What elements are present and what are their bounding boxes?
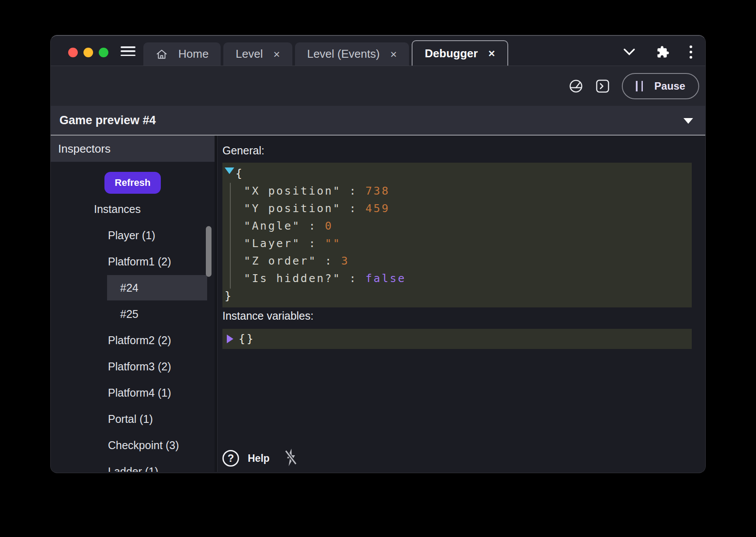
tree-item[interactable]: Platform2 (2) [51,327,215,353]
close-tab-icon[interactable]: × [488,48,495,59]
json-property-line[interactable]: "Y position" : 459 [222,200,692,217]
tab-label: Debugger [425,47,478,60]
pause-button[interactable]: Pause [622,73,699,99]
json-close-brace: } [222,287,692,305]
preview-dropdown-caret-icon[interactable] [683,118,693,124]
tree-item-label: #25 [120,308,139,321]
flash-off-icon[interactable] [284,448,298,469]
traffic-lights [68,48,108,57]
help-row: ? Help [222,448,298,469]
property-value: 459 [365,202,390,215]
property-key: "Is hidden?" [244,272,341,285]
tree-item-label: Platform1 (2) [108,255,171,268]
tree-item[interactable]: #25 [51,301,215,327]
sidebar-scrollbar-thumb[interactable] [206,226,212,277]
tab-bar: Home × Level × [143,40,508,66]
tab[interactable]: Home × [143,42,221,66]
property-separator: : [301,237,325,250]
more-options-kebab-icon[interactable] [690,45,692,59]
tree-item-label: Ladder (1) [108,465,158,472]
property-value: "" [325,237,341,250]
tree-item-label: Player (1) [108,229,155,242]
general-section-label: General: [222,144,264,157]
tree-item-label: Checkpoint (3) [108,439,179,452]
tree-item-label: Platform4 (1) [108,387,171,399]
property-separator: : [317,255,341,267]
tab-label: Level [236,47,263,61]
json-property-line[interactable]: "Is hidden?" : false [222,270,692,287]
instance-variables-label: Instance variables: [222,310,313,322]
tree-item-label: #24 [120,282,139,294]
game-preview-header[interactable]: Game preview #4 [51,106,705,136]
close-tab-icon[interactable]: × [274,49,280,60]
tree-item[interactable]: Instances [51,196,215,222]
home-icon [156,48,168,60]
profiler-gauge-icon[interactable] [569,79,583,94]
minimize-window-button[interactable] [83,48,93,57]
property-separator: : [341,272,366,285]
instances-tree: Instances Player (1) Platform1 (2) #24 [51,196,215,472]
tree-item[interactable]: Platform4 (1) [51,380,215,406]
property-value: 738 [365,185,390,197]
screen: Home × Level × [0,0,756,537]
tab[interactable]: Debugger × [412,40,508,66]
property-key: "Y position" [244,202,341,215]
titlebar: Home × Level × [51,36,705,66]
tree-item-label: Instances [94,203,141,216]
tab-label: Level (Events) [307,47,380,61]
json-properties: "X position" : 738 "Y position" : 459 "A… [222,182,692,287]
inspector-panel: General: { "X position" : 738 "Y positio… [218,136,705,472]
console-icon[interactable] [596,79,610,93]
expand-triangle-icon[interactable] [227,335,233,343]
property-separator: : [341,202,366,215]
help-label: Help [248,453,270,464]
tree-item[interactable]: #24 [51,275,215,301]
indent-guide-line [230,183,231,289]
pause-icon [636,81,643,91]
property-separator: : [341,185,366,197]
json-property-line[interactable]: "Z order" : 3 [222,252,692,270]
tree-item-label: Platform2 (2) [108,334,171,347]
maximize-window-button[interactable] [99,48,108,57]
sidebar-divider [215,136,218,472]
chevron-down-icon[interactable] [622,48,636,56]
close-tab-icon[interactable]: × [390,49,397,60]
property-key: "Z order" [244,255,317,267]
help-question-icon[interactable]: ? [222,450,239,467]
tab-label: Home [178,47,208,61]
tree-item[interactable]: Checkpoint (3) [51,432,215,458]
property-separator: : [301,220,325,232]
collapse-triangle-icon[interactable] [225,167,234,174]
close-window-button[interactable] [68,48,78,57]
content-area: Inspectors Refresh Instances Player (1) [51,136,705,472]
property-key: "Layer" [244,237,301,250]
tab[interactable]: Level (Events) × [295,42,409,66]
tab[interactable]: Level × [223,42,292,66]
property-value: 3 [341,255,350,267]
json-property-line[interactable]: "Angle" : 0 [222,217,692,235]
game-preview-title: Game preview #4 [59,114,156,127]
main-menu-icon[interactable] [121,46,135,56]
property-key: "Angle" [244,220,301,232]
tree-item[interactable]: Platform3 (2) [51,353,215,380]
inspectors-header: Inspectors [51,136,215,162]
pause-button-label: Pause [654,80,685,92]
app-window: Home × Level × [50,35,706,473]
refresh-button[interactable]: Refresh [104,172,161,194]
inspectors-sidebar: Inspectors Refresh Instances Player (1) [51,136,215,472]
inspectors-header-label: Inspectors [58,142,111,156]
extensions-puzzle-icon[interactable] [656,45,669,59]
tree-item[interactable]: Portal (1) [51,406,215,432]
json-open-brace: { [222,165,692,182]
tree-item[interactable]: Player (1) [51,222,215,248]
property-value: false [365,272,406,285]
property-key: "X position" [244,185,341,197]
titlebar-actions [622,45,692,59]
debugger-toolbar: Pause [51,66,705,106]
general-properties-json: { "X position" : 738 "Y position" : 459 … [222,163,692,307]
instance-variables-json[interactable]: {} [222,329,692,349]
json-property-line[interactable]: "Layer" : "" [222,235,692,252]
tree-item[interactable]: Platform1 (2) [51,248,215,275]
json-property-line[interactable]: "X position" : 738 [222,182,692,200]
tree-item[interactable]: Ladder (1) [51,458,215,472]
